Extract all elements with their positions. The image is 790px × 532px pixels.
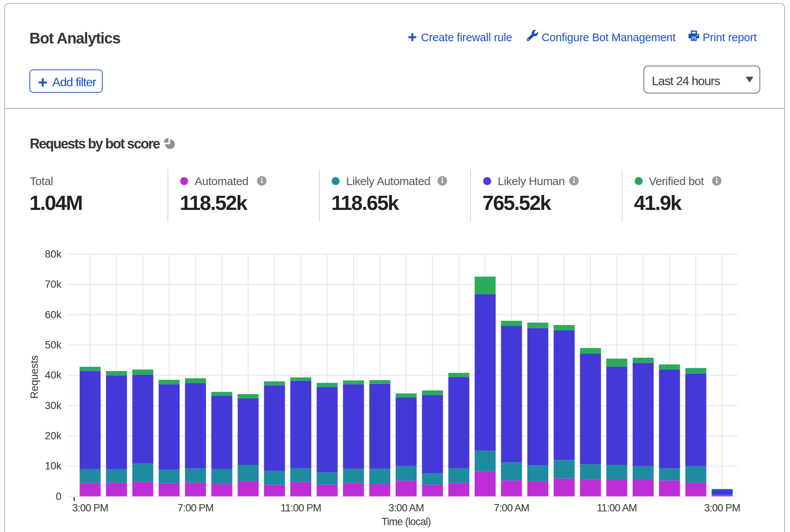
svg-text:7:00 AM: 7:00 AM bbox=[494, 502, 529, 514]
svg-text:0: 0 bbox=[56, 491, 61, 502]
svg-text:Time (local): Time (local) bbox=[381, 516, 430, 527]
svg-text:60k: 60k bbox=[45, 309, 61, 321]
svg-text:7:00 PM: 7:00 PM bbox=[177, 502, 213, 514]
svg-text:11:00 PM: 11:00 PM bbox=[281, 502, 321, 514]
svg-text:10k: 10k bbox=[45, 460, 61, 472]
svg-text:3:00 AM: 3:00 AM bbox=[389, 502, 424, 514]
svg-text:70k: 70k bbox=[45, 279, 61, 290]
svg-text:80k: 80k bbox=[45, 248, 61, 260]
svg-text:3:00 PM: 3:00 PM bbox=[704, 502, 740, 514]
svg-text:40k: 40k bbox=[45, 369, 61, 381]
svg-text:11:00 AM: 11:00 AM bbox=[597, 502, 637, 514]
svg-text:3:00 PM: 3:00 PM bbox=[72, 502, 108, 514]
svg-text:20k: 20k bbox=[45, 430, 61, 442]
svg-text:Requests: Requests bbox=[29, 355, 40, 399]
svg-text:30k: 30k bbox=[45, 400, 61, 411]
svg-text:50k: 50k bbox=[45, 339, 61, 351]
